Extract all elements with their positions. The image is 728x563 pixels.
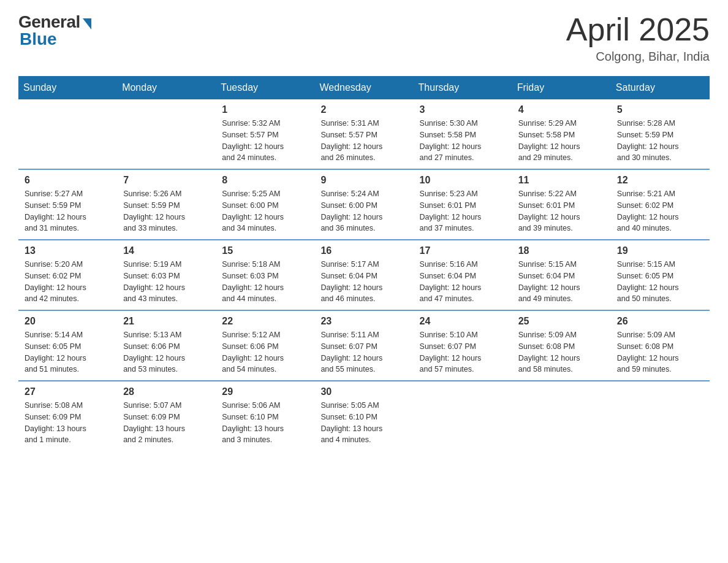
weekday-header-wednesday: Wednesday (314, 76, 413, 99)
day-number: 13 (25, 245, 111, 256)
day-number: 22 (222, 316, 308, 327)
day-info: Sunrise: 5:22 AM Sunset: 6:01 PM Dayligh… (518, 188, 605, 234)
day-number: 12 (617, 175, 703, 186)
weekday-header-friday: Friday (512, 76, 611, 99)
day-number: 14 (123, 245, 210, 256)
day-info: Sunrise: 5:21 AM Sunset: 6:02 PM Dayligh… (617, 188, 703, 234)
day-info: Sunrise: 5:12 AM Sunset: 6:06 PM Dayligh… (222, 329, 308, 375)
day-info: Sunrise: 5:14 AM Sunset: 6:05 PM Dayligh… (25, 329, 111, 375)
day-number: 27 (25, 386, 111, 397)
day-number: 17 (420, 245, 506, 256)
calendar-cell: 6Sunrise: 5:27 AM Sunset: 5:59 PM Daylig… (18, 169, 117, 240)
day-number: 16 (320, 245, 407, 256)
day-number: 26 (617, 316, 703, 327)
day-number: 3 (420, 104, 506, 115)
title-block: April 2025 Colgong, Bihar, India (566, 12, 710, 64)
day-number: 4 (518, 104, 605, 115)
calendar-cell: 16Sunrise: 5:17 AM Sunset: 6:04 PM Dayli… (314, 240, 413, 310)
day-info: Sunrise: 5:06 AM Sunset: 6:10 PM Dayligh… (222, 400, 308, 446)
calendar-cell: 4Sunrise: 5:29 AM Sunset: 5:58 PM Daylig… (512, 99, 611, 169)
calendar-cell: 27Sunrise: 5:08 AM Sunset: 6:09 PM Dayli… (18, 381, 117, 451)
calendar-cell: 20Sunrise: 5:14 AM Sunset: 6:05 PM Dayli… (18, 310, 117, 381)
calendar-cell: 13Sunrise: 5:20 AM Sunset: 6:02 PM Dayli… (18, 240, 117, 310)
day-number: 28 (123, 386, 210, 397)
day-info: Sunrise: 5:28 AM Sunset: 5:59 PM Dayligh… (617, 118, 703, 164)
day-number: 23 (320, 316, 407, 327)
day-info: Sunrise: 5:20 AM Sunset: 6:02 PM Dayligh… (25, 259, 111, 305)
calendar-cell: 28Sunrise: 5:07 AM Sunset: 6:09 PM Dayli… (117, 381, 216, 451)
day-number: 11 (518, 175, 605, 186)
day-info: Sunrise: 5:29 AM Sunset: 5:58 PM Dayligh… (518, 118, 605, 164)
day-info: Sunrise: 5:31 AM Sunset: 5:57 PM Dayligh… (320, 118, 407, 164)
day-number: 19 (617, 245, 703, 256)
calendar-cell: 11Sunrise: 5:22 AM Sunset: 6:01 PM Dayli… (512, 169, 611, 240)
calendar-cell (414, 381, 512, 451)
calendar-week-row: 20Sunrise: 5:14 AM Sunset: 6:05 PM Dayli… (18, 310, 710, 381)
day-number: 21 (123, 316, 210, 327)
day-number: 2 (320, 104, 407, 115)
day-info: Sunrise: 5:26 AM Sunset: 5:59 PM Dayligh… (123, 188, 210, 234)
calendar-week-row: 27Sunrise: 5:08 AM Sunset: 6:09 PM Dayli… (18, 381, 710, 451)
calendar-cell: 1Sunrise: 5:32 AM Sunset: 5:57 PM Daylig… (216, 99, 314, 169)
calendar-cell: 7Sunrise: 5:26 AM Sunset: 5:59 PM Daylig… (117, 169, 216, 240)
day-info: Sunrise: 5:24 AM Sunset: 6:00 PM Dayligh… (320, 188, 407, 234)
calendar-header: SundayMondayTuesdayWednesdayThursdayFrid… (18, 76, 710, 99)
day-info: Sunrise: 5:16 AM Sunset: 6:04 PM Dayligh… (420, 259, 506, 305)
calendar-body: 1Sunrise: 5:32 AM Sunset: 5:57 PM Daylig… (18, 99, 710, 451)
calendar-week-row: 13Sunrise: 5:20 AM Sunset: 6:02 PM Dayli… (18, 240, 710, 310)
day-info: Sunrise: 5:13 AM Sunset: 6:06 PM Dayligh… (123, 329, 210, 375)
calendar-cell: 15Sunrise: 5:18 AM Sunset: 6:03 PM Dayli… (216, 240, 314, 310)
day-number: 18 (518, 245, 605, 256)
day-number: 20 (25, 316, 111, 327)
calendar-cell: 8Sunrise: 5:25 AM Sunset: 6:00 PM Daylig… (216, 169, 314, 240)
weekday-header-saturday: Saturday (611, 76, 710, 99)
calendar-cell: 3Sunrise: 5:30 AM Sunset: 5:58 PM Daylig… (414, 99, 512, 169)
day-info: Sunrise: 5:07 AM Sunset: 6:09 PM Dayligh… (123, 400, 210, 446)
day-number: 15 (222, 245, 308, 256)
month-title: April 2025 (566, 12, 710, 47)
calendar-cell: 21Sunrise: 5:13 AM Sunset: 6:06 PM Dayli… (117, 310, 216, 381)
weekday-header-monday: Monday (117, 76, 216, 99)
logo-arrow-icon (83, 18, 91, 29)
day-info: Sunrise: 5:09 AM Sunset: 6:08 PM Dayligh… (617, 329, 703, 375)
day-number: 29 (222, 386, 308, 397)
calendar-cell: 14Sunrise: 5:19 AM Sunset: 6:03 PM Dayli… (117, 240, 216, 310)
day-info: Sunrise: 5:17 AM Sunset: 6:04 PM Dayligh… (320, 259, 407, 305)
calendar-cell (18, 99, 117, 169)
calendar-cell: 10Sunrise: 5:23 AM Sunset: 6:01 PM Dayli… (414, 169, 512, 240)
day-number: 8 (222, 175, 308, 186)
calendar-cell: 29Sunrise: 5:06 AM Sunset: 6:10 PM Dayli… (216, 381, 314, 451)
calendar-cell: 2Sunrise: 5:31 AM Sunset: 5:57 PM Daylig… (314, 99, 413, 169)
day-info: Sunrise: 5:09 AM Sunset: 6:08 PM Dayligh… (518, 329, 605, 375)
calendar-cell: 23Sunrise: 5:11 AM Sunset: 6:07 PM Dayli… (314, 310, 413, 381)
calendar-cell: 19Sunrise: 5:15 AM Sunset: 6:05 PM Dayli… (611, 240, 710, 310)
location-text: Colgong, Bihar, India (566, 50, 710, 64)
day-info: Sunrise: 5:10 AM Sunset: 6:07 PM Dayligh… (420, 329, 506, 375)
day-number: 24 (420, 316, 506, 327)
calendar-table: SundayMondayTuesdayWednesdayThursdayFrid… (18, 76, 710, 451)
day-info: Sunrise: 5:27 AM Sunset: 5:59 PM Dayligh… (25, 188, 111, 234)
weekday-header-sunday: Sunday (18, 76, 117, 99)
calendar-cell (611, 381, 710, 451)
calendar-week-row: 1Sunrise: 5:32 AM Sunset: 5:57 PM Daylig… (18, 99, 710, 169)
day-number: 25 (518, 316, 605, 327)
day-info: Sunrise: 5:11 AM Sunset: 6:07 PM Dayligh… (320, 329, 407, 375)
calendar-cell (512, 381, 611, 451)
calendar-cell: 5Sunrise: 5:28 AM Sunset: 5:59 PM Daylig… (611, 99, 710, 169)
page-header: General Blue April 2025 Colgong, Bihar, … (18, 12, 710, 64)
calendar-week-row: 6Sunrise: 5:27 AM Sunset: 5:59 PM Daylig… (18, 169, 710, 240)
logo-blue-text: Blue (20, 29, 57, 49)
weekday-header-tuesday: Tuesday (216, 76, 314, 99)
day-number: 7 (123, 175, 210, 186)
day-info: Sunrise: 5:05 AM Sunset: 6:10 PM Dayligh… (320, 400, 407, 446)
day-number: 6 (25, 175, 111, 186)
logo: General Blue (18, 12, 91, 49)
day-info: Sunrise: 5:08 AM Sunset: 6:09 PM Dayligh… (25, 400, 111, 446)
day-info: Sunrise: 5:18 AM Sunset: 6:03 PM Dayligh… (222, 259, 308, 305)
calendar-cell: 25Sunrise: 5:09 AM Sunset: 6:08 PM Dayli… (512, 310, 611, 381)
day-number: 10 (420, 175, 506, 186)
day-number: 1 (222, 104, 308, 115)
day-info: Sunrise: 5:23 AM Sunset: 6:01 PM Dayligh… (420, 188, 506, 234)
calendar-cell: 30Sunrise: 5:05 AM Sunset: 6:10 PM Dayli… (314, 381, 413, 451)
calendar-cell: 24Sunrise: 5:10 AM Sunset: 6:07 PM Dayli… (414, 310, 512, 381)
